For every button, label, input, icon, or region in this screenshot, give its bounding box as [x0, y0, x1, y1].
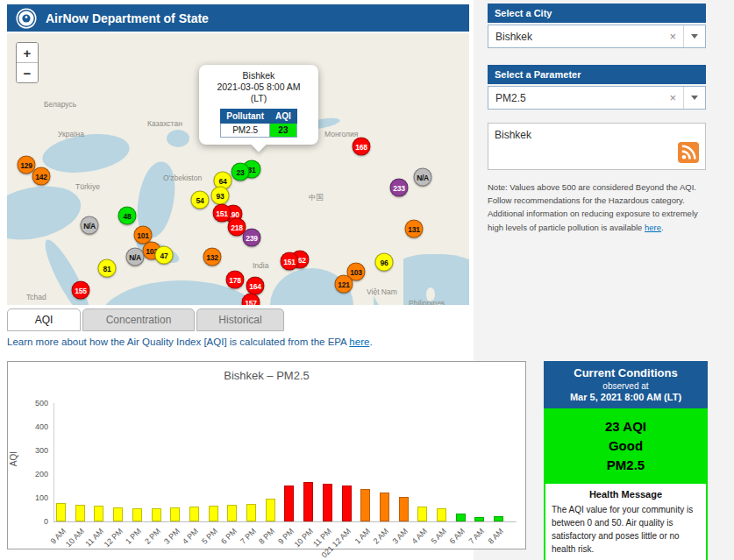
health-message-title: Health Message [552, 489, 700, 500]
aqi-marker[interactable]: 155 [72, 281, 90, 300]
zoom-in-button[interactable]: + [17, 43, 38, 63]
popup-aqi-value: 23 [270, 124, 297, 138]
page-title: AirNow Department of State [46, 11, 209, 25]
city-select-value: Bishkek [488, 31, 662, 43]
aqi-marker[interactable]: 151 [281, 252, 299, 271]
map-country-label: Монголия [324, 130, 358, 138]
aqi-chart-panel: Bishkek – PM2.5 AQI 01002003004005009 AM… [7, 361, 526, 549]
chart-y-tick: 100 [17, 493, 48, 502]
chart-bar[interactable] [94, 506, 103, 521]
chart-bar[interactable] [189, 507, 199, 521]
aqi-map[interactable]: БеларусьУкраїнаTürkiyeКазахстанO'zbekist… [7, 33, 469, 305]
aqi-value-line: 23 AQI [547, 417, 704, 436]
tab-aqi[interactable]: AQI [7, 308, 81, 331]
health-message-box: Health Message The AQI value for your co… [544, 484, 708, 560]
popup-timezone: (LT) [203, 93, 315, 104]
current-conditions-header: Current Conditions observed at Mar 5, 20… [544, 361, 708, 408]
chart-bar[interactable] [266, 499, 275, 521]
city-clear-icon[interactable]: × [662, 30, 683, 43]
chart-bar[interactable] [399, 497, 409, 521]
city-select[interactable]: Bishkek × [488, 25, 706, 48]
aqi-marker[interactable]: 233 [390, 179, 409, 197]
aqi-marker[interactable]: 47 [155, 246, 174, 265]
rss-icon[interactable] [678, 142, 699, 163]
aqi-marker[interactable]: 142 [32, 167, 51, 186]
airnow-page: AirNow Department of State БеларусьУкраї… [0, 0, 734, 560]
select-city-header: Select a City [488, 4, 706, 23]
chart-bar[interactable] [284, 486, 294, 521]
select-parameter-header: Select a Parameter [488, 65, 706, 84]
zoom-out-button[interactable]: − [17, 63, 38, 82]
popup-city: Bishkek [203, 70, 315, 82]
parameter-select[interactable]: PM2.5 × [488, 86, 706, 110]
tab-concentration[interactable]: Concentration [82, 308, 195, 331]
chart-bar[interactable] [170, 507, 180, 521]
note-text: Note: Values above 500 are considered Be… [488, 182, 698, 232]
chart-bar[interactable] [152, 508, 161, 521]
map-country-label: Việt Nam [367, 287, 397, 296]
aqi-marker[interactable]: 131 [405, 220, 424, 238]
aqi-marker[interactable]: 93 [211, 187, 230, 205]
aqi-marker[interactable]: 96 [375, 253, 394, 272]
rss-feed-box: Bishkek [488, 123, 706, 170]
chart-bar[interactable] [417, 507, 427, 521]
aqi-marker[interactable]: N/A [126, 248, 145, 266]
chart-bar[interactable] [132, 508, 142, 521]
map-country-label: Беларусь [44, 100, 76, 109]
dos-seal-logo [16, 8, 37, 29]
parameter-clear-icon[interactable]: × [662, 91, 683, 104]
health-message-text: The AQI value for your community is betw… [552, 503, 700, 556]
note-here-link[interactable]: here [645, 223, 661, 232]
aqi-marker[interactable]: 132 [203, 248, 222, 266]
learn-more-prefix: Learn more about how the Air Quality Ind… [7, 337, 349, 347]
aqi-category: Good [547, 436, 704, 456]
chart-bar[interactable] [303, 482, 313, 521]
aqi-marker[interactable]: 121 [335, 275, 353, 294]
chart-bar[interactable] [227, 505, 237, 521]
epa-link[interactable]: here [349, 337, 369, 347]
aqi-marker[interactable]: 164 [246, 277, 265, 295]
chart-y-tick: 400 [17, 422, 48, 431]
chart-plot-area: 01002003004005009 AM10 AM11 AM12 PM1 PM2… [8, 362, 525, 549]
aqi-marker[interactable]: N/A [414, 168, 432, 187]
aqi-marker[interactable]: 23 [232, 163, 250, 181]
aqi-marker[interactable]: 239 [243, 229, 261, 247]
city-chevron-down-icon[interactable] [683, 25, 705, 47]
aqi-marker[interactable]: 54 [191, 191, 210, 209]
chart-bar[interactable] [456, 514, 466, 521]
chart-bar[interactable] [474, 517, 484, 521]
aqi-marker[interactable]: 151 [213, 204, 232, 223]
chart-bar[interactable] [494, 516, 503, 521]
chart-bar[interactable] [437, 508, 446, 521]
chart-bar[interactable] [323, 484, 332, 521]
map-country-label: India [253, 261, 268, 270]
aqi-marker[interactable]: 168 [353, 138, 371, 156]
chart-bar[interactable] [342, 486, 352, 521]
aqi-marker[interactable]: 157 [242, 294, 260, 306]
parameter-chevron-down-icon[interactable] [683, 87, 705, 109]
popup-pollutant-value: PM2.5 [221, 124, 270, 138]
aqi-marker[interactable]: 81 [98, 259, 117, 278]
current-conditions-title: Current Conditions [547, 366, 704, 379]
chart-bar[interactable] [209, 506, 218, 521]
chart-bar[interactable] [246, 504, 256, 521]
chart-bar[interactable] [360, 489, 370, 521]
popup-pointer [252, 138, 267, 152]
aqi-marker[interactable]: 178 [226, 271, 245, 289]
chart-bar[interactable] [113, 507, 123, 521]
chart-bar[interactable] [75, 505, 85, 521]
rss-city-label: Bishkek [495, 129, 531, 141]
map-country-label: 中国 [309, 193, 324, 203]
chart-bar[interactable] [380, 493, 389, 521]
map-country-label: Україна [58, 130, 84, 138]
aqi-marker[interactable]: 48 [118, 207, 137, 225]
beyond-aqi-note: Note: Values above 500 are considered Be… [488, 181, 705, 234]
map-country-label: Türkiye [75, 182, 100, 191]
map-country-label: Tchad [26, 293, 46, 301]
chart-y-tick: 300 [17, 446, 48, 455]
chart-bar[interactable] [56, 503, 66, 521]
tab-historical[interactable]: Historical [196, 308, 284, 331]
chart-y-tick: 0 [17, 517, 48, 526]
aqi-marker[interactable]: N/A [81, 216, 99, 235]
chart-y-tick: 200 [17, 470, 48, 478]
